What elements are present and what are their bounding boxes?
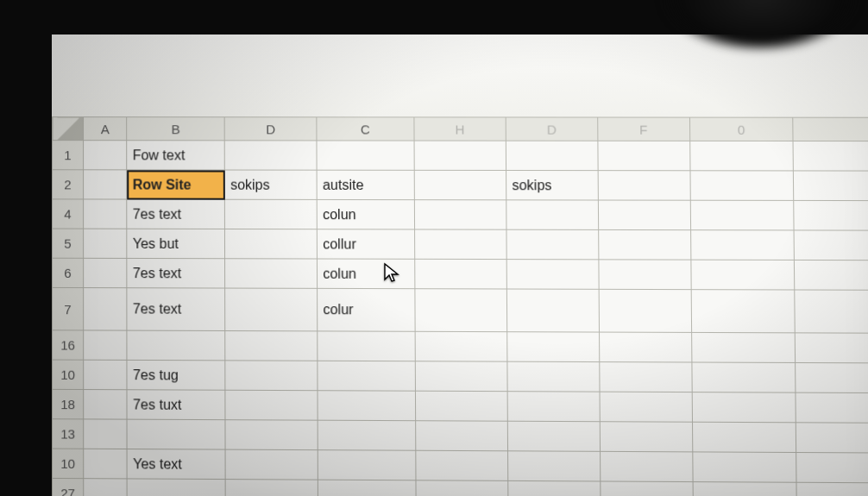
cell-D-2[interactable]: sokips — [506, 170, 598, 200]
cell-0-18[interactable] — [692, 392, 796, 423]
cell-0-13[interactable] — [692, 422, 796, 452]
cell-B-2[interactable]: Row Site — [127, 170, 224, 199]
cell-D-5[interactable] — [225, 229, 318, 259]
row-header-7[interactable]: 7 — [53, 287, 84, 330]
cell--13[interactable] — [796, 423, 868, 453]
column-header-C[interactable]: C — [317, 117, 414, 141]
cell-D-7[interactable] — [507, 289, 599, 332]
row-header-10[interactable]: 10 — [53, 449, 84, 479]
cell-B-7[interactable]: 7es text — [127, 288, 225, 331]
cell-C-10[interactable] — [318, 450, 415, 480]
cell-A-27[interactable] — [84, 479, 128, 496]
cell-D-27[interactable] — [508, 480, 601, 496]
cell-C-5[interactable]: collur — [318, 229, 415, 260]
cell-C-13[interactable] — [318, 420, 415, 450]
cell-C-4[interactable]: colun — [317, 199, 414, 229]
cell-0-6[interactable] — [691, 260, 795, 290]
row-header-16[interactable]: 16 — [53, 330, 84, 360]
cell--10[interactable] — [796, 362, 868, 392]
cell-H-5[interactable] — [414, 229, 506, 260]
cell-D-10[interactable] — [225, 449, 318, 480]
cell-F-7[interactable] — [599, 289, 692, 332]
cell-D-5[interactable] — [506, 229, 598, 260]
select-all-corner[interactable] — [53, 117, 84, 141]
cell--10[interactable] — [796, 453, 868, 483]
cell--5[interactable] — [794, 230, 868, 261]
cell-H-6[interactable] — [414, 259, 506, 289]
cell-D-1[interactable] — [506, 141, 598, 170]
cell-D-13[interactable] — [225, 420, 318, 450]
spreadsheet-grid[interactable]: ABDCHDF0 1Fow text2Row Sitesokipsautsite… — [52, 116, 868, 496]
cell-H-27[interactable] — [416, 480, 508, 496]
cell-F-16[interactable] — [599, 332, 692, 362]
row-header-2[interactable]: 2 — [53, 170, 84, 199]
cell-D-18[interactable] — [225, 390, 318, 420]
row-header-1[interactable]: 1 — [53, 141, 84, 170]
cell-D-13[interactable] — [508, 421, 601, 451]
cell-H-10[interactable] — [416, 450, 508, 480]
cell--7[interactable] — [795, 290, 868, 333]
cell-C-18[interactable] — [318, 391, 415, 421]
row-header-10[interactable]: 10 — [53, 360, 84, 389]
row-header-27[interactable]: 27 — [53, 478, 84, 496]
cell-B-13[interactable] — [127, 419, 225, 449]
cell-A-2[interactable] — [84, 170, 128, 199]
cell--4[interactable] — [794, 200, 868, 230]
cell-F-5[interactable] — [598, 229, 690, 260]
row-header-13[interactable]: 13 — [53, 419, 84, 449]
cell-0-1[interactable] — [690, 141, 794, 171]
column-header-F[interactable]: F — [597, 117, 689, 141]
cell-D-6[interactable] — [225, 259, 318, 289]
cell-D-2[interactable]: sokips — [224, 170, 317, 199]
cell-D-10[interactable] — [507, 361, 599, 392]
cell-0-27[interactable] — [693, 482, 796, 496]
cell-D-10[interactable] — [225, 361, 318, 391]
cell-A-10[interactable] — [84, 449, 128, 479]
cell-F-4[interactable] — [598, 200, 690, 230]
cell-B-10[interactable]: Yes text — [127, 449, 225, 480]
cell-B-16[interactable] — [127, 330, 225, 361]
cell-A-6[interactable] — [84, 258, 128, 287]
cell-C-7[interactable]: colur — [318, 288, 415, 331]
cell-F-10[interactable] — [600, 451, 693, 481]
row-header-4[interactable]: 4 — [53, 199, 84, 229]
cell-B-1[interactable]: Fow text — [127, 141, 224, 170]
cell-A-10[interactable] — [84, 360, 128, 390]
cell-H-2[interactable] — [414, 170, 506, 199]
cell-A-16[interactable] — [84, 330, 128, 360]
column-header-0[interactable]: 0 — [689, 117, 793, 141]
cell-C-27[interactable] — [318, 480, 416, 496]
cell--6[interactable] — [794, 260, 868, 290]
cell-C-10[interactable] — [318, 361, 415, 391]
cell-C-6[interactable]: colun — [318, 259, 415, 289]
cell-B-4[interactable]: 7es text — [127, 199, 224, 229]
cell-H-4[interactable] — [414, 200, 506, 230]
cell-H-18[interactable] — [415, 391, 507, 421]
cell-F-2[interactable] — [598, 171, 690, 201]
cell-A-4[interactable] — [84, 199, 128, 229]
cell-B-10[interactable]: 7es tug — [127, 360, 225, 390]
cell-H-13[interactable] — [415, 421, 507, 451]
column-header-D[interactable]: D — [506, 117, 597, 141]
cell-D-27[interactable] — [225, 480, 318, 496]
column-header-A[interactable]: A — [84, 117, 128, 141]
cell-B-27[interactable] — [128, 479, 226, 496]
cell-D-4[interactable] — [224, 199, 317, 229]
cell-F-27[interactable] — [600, 481, 693, 496]
cell-0-16[interactable] — [691, 332, 795, 362]
cell--18[interactable] — [796, 392, 868, 423]
cell-D-16[interactable] — [507, 332, 599, 362]
cell-H-10[interactable] — [415, 361, 507, 392]
cell-H-1[interactable] — [414, 141, 506, 170]
cell-A-13[interactable] — [84, 419, 128, 449]
cell-0-4[interactable] — [690, 200, 794, 230]
cell-D-10[interactable] — [508, 451, 601, 481]
cell-A-18[interactable] — [84, 390, 128, 420]
cell-D-16[interactable] — [225, 331, 318, 361]
cell-0-5[interactable] — [690, 230, 794, 261]
cell-A-1[interactable] — [84, 141, 128, 170]
cell-A-5[interactable] — [84, 229, 128, 258]
cell--16[interactable] — [795, 333, 868, 363]
cell-A-7[interactable] — [84, 288, 128, 331]
cell-0-10[interactable] — [693, 452, 796, 482]
